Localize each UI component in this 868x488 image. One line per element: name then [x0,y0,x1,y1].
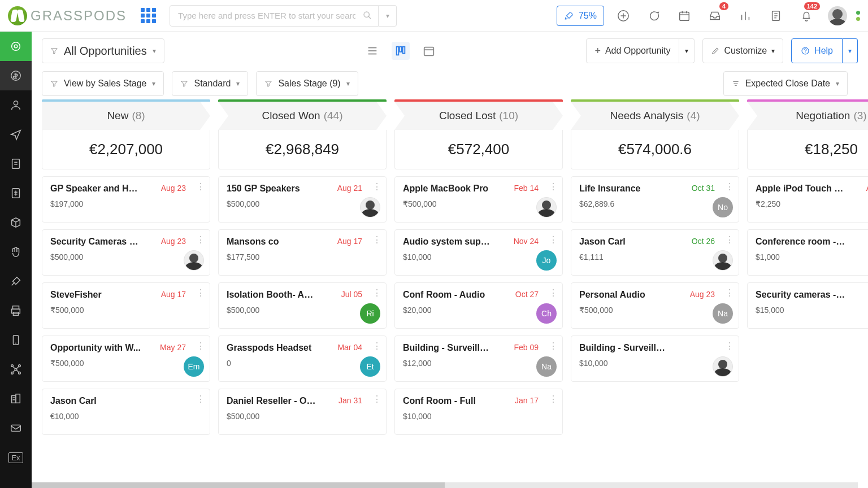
card-menu-icon[interactable]: ⋮ [196,181,205,192]
filter-dropdown[interactable]: All Opportunities ▾ [42,38,164,63]
card-menu-icon[interactable]: ⋮ [196,234,205,245]
opportunity-card[interactable]: Jason CarlOct 26€1,111⋮ [571,229,739,276]
card-menu-icon[interactable]: ⋮ [372,234,381,245]
side-box-icon[interactable] [0,208,32,237]
search-icon[interactable] [363,11,372,20]
column-header[interactable]: Closed Won (44) [218,102,387,130]
opportunity-card[interactable]: Jason Carl€10,000⋮ [42,389,210,435]
side-building-icon[interactable] [0,384,32,413]
card-menu-icon[interactable]: ⋮ [725,234,734,245]
opportunity-card[interactable]: Conf Room - FullJan 17$10,000⋮ [394,389,563,435]
opportunity-card[interactable]: Security cameras - 3...$15,000⋮ [747,282,868,329]
calendar-view-icon[interactable] [420,42,438,60]
logo-mark-icon [8,6,27,25]
card-menu-icon[interactable]: ⋮ [196,394,205,404]
help-button[interactable]: Help [791,38,843,63]
opportunity-card[interactable]: 150 GP SpeakersAug 21$500,000⋮ [218,176,387,223]
opportunity-card[interactable]: Apple iPod Touch 4t...Aug 23₹2,250⋮ [747,176,868,223]
brand-logo[interactable]: GRASSPODS [8,6,127,25]
search-input[interactable] [170,5,379,27]
chart-icon[interactable] [734,5,757,27]
opportunity-card[interactable]: Personal AudioAug 23₹500,000⋮Na [571,282,739,329]
side-send-icon[interactable] [0,120,32,149]
card-menu-icon[interactable]: ⋮ [196,341,205,351]
svg-line-1 [368,16,371,19]
opportunity-card[interactable]: Conference room - ...$1,000⋮ [747,229,868,276]
column-header[interactable]: Negotiation (3) [747,102,868,130]
side-mail-icon[interactable] [0,413,32,443]
opportunity-card[interactable]: Daniel Reseller - Op...Jan 31$500,000⋮ [218,389,387,435]
card-menu-icon[interactable]: ⋮ [372,341,381,351]
add-opportunity-dropdown[interactable]: ▾ [679,38,695,63]
svg-rect-20 [12,159,20,169]
opportunity-card[interactable]: Apple MacBook ProFeb 14₹500,000⋮ [394,176,563,223]
card-menu-icon[interactable]: ⋮ [549,234,558,245]
side-brush-icon[interactable] [0,267,32,296]
card-menu-icon[interactable]: ⋮ [196,287,205,298]
opportunity-card[interactable]: Grasspods HeadsetMar 040⋮Et [218,336,387,382]
user-avatar[interactable] [828,6,847,25]
card-menu-icon[interactable]: ⋮ [549,394,558,404]
column-header[interactable]: New (8) [42,102,210,130]
side-ex-icon[interactable]: Ex [0,443,32,472]
card-menu-icon[interactable]: ⋮ [725,341,734,351]
card-menu-icon[interactable]: ⋮ [549,287,558,298]
card-menu-icon[interactable]: ⋮ [372,394,381,404]
opportunity-card[interactable]: Opportunity with W...May 27₹500,000⋮Em [42,336,210,382]
search-dropdown[interactable]: ▾ [379,5,397,27]
card-amount: $500,000 [227,199,362,208]
standard-dropdown[interactable]: Standard ▾ [172,71,248,96]
side-target-icon[interactable] [0,32,32,61]
salesstage-dropdown[interactable]: Sales Stage (9) ▾ [256,71,358,96]
opportunity-card[interactable]: Security Cameras fo...Aug 23$500,000⋮ [42,229,210,276]
list-view-icon[interactable] [363,42,381,60]
notes-icon[interactable] [765,5,787,27]
side-mobile-icon[interactable] [0,325,32,355]
opportunity-card[interactable]: Conf Room - AudioOct 27$20,000⋮Ch [394,282,563,329]
side-person-icon[interactable] [0,90,32,120]
opportunity-card[interactable]: Building - Surveillan...Feb 09$12,000⋮Na [394,336,563,382]
opportunity-card[interactable]: Building - Surveillan...$10,000⋮ [571,336,739,382]
apps-grid-icon[interactable] [138,6,158,26]
kanban-view-icon[interactable] [392,42,410,60]
sort-dropdown[interactable]: Expected Close Date ▾ [723,71,848,96]
column-sum: €574,000.6 [571,130,739,169]
opportunity-card[interactable]: Mansons coAug 17$177,500⋮ [218,229,387,276]
opportunity-card[interactable]: SteveFisherAug 17₹500,000⋮ [42,282,210,329]
calendar-icon[interactable] [673,5,696,27]
card-menu-icon[interactable]: ⋮ [372,181,381,192]
svg-point-31 [19,365,21,367]
side-money-icon[interactable] [0,61,32,90]
add-icon[interactable] [612,5,635,27]
boost-button[interactable]: 75% [557,6,604,26]
add-opportunity-button[interactable]: + Add Opportunity [586,38,679,63]
kanban-scroll[interactable]: New (8)€2,207,000GP Speaker and Ho...Aug… [32,99,868,480]
help-dropdown[interactable]: ▾ [843,38,858,63]
card-menu-icon[interactable]: ⋮ [372,287,381,298]
card-menu-icon[interactable]: ⋮ [549,181,558,192]
column-header[interactable]: Closed Lost (10) [394,102,563,130]
card-amount: ₹2,250 [756,199,868,208]
chat-icon[interactable] [643,5,665,27]
viewby-dropdown[interactable]: View by Sales Stage ▾ [42,71,164,96]
card-title: Mansons co [227,237,279,247]
card-menu-icon[interactable]: ⋮ [725,287,734,298]
opportunity-card[interactable]: GP Speaker and Ho...Aug 23$197,000⋮ [42,176,210,223]
side-hand-icon[interactable] [0,237,32,267]
customize-button[interactable]: Customize ▾ [702,38,784,63]
card-amount: $20,000 [403,306,539,315]
opportunity-card[interactable]: Isolation Booth- Aud...Jul 05$500,000⋮Ri [218,282,387,329]
inbox-icon[interactable]: 4 [704,5,726,27]
side-network-icon[interactable] [0,355,32,384]
card-menu-icon[interactable]: ⋮ [725,181,734,192]
horizontal-scrollbar[interactable] [32,482,858,488]
side-doc-icon[interactable] [0,149,32,178]
opportunity-card[interactable]: Audio system supplyNov 24$10,000⋮Jo [394,229,563,276]
side-print-icon[interactable] [0,296,32,325]
bell-icon[interactable]: 142 [795,5,818,27]
sort-icon [732,80,740,88]
card-menu-icon[interactable]: ⋮ [549,341,558,351]
side-invoice-icon[interactable] [0,178,32,208]
opportunity-card[interactable]: Life InsuranceOct 31$62,889.6⋮No [571,176,739,223]
column-header[interactable]: Needs Analysis (4) [571,102,739,130]
